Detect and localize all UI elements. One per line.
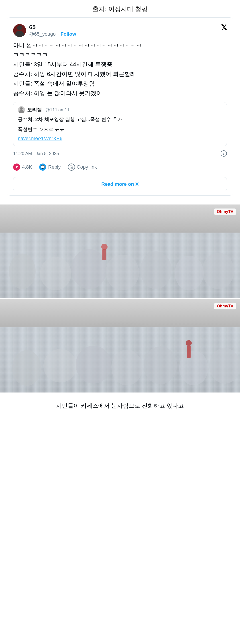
content-line2: ㅋㅋㅋㅋㅋㅋ	[13, 50, 227, 59]
copy-icon: ⎘	[68, 164, 75, 171]
ohmy-badge-2: OhmyTV	[214, 303, 236, 310]
caption-section: 시민들이 키세스에서 눈사람으로 진화하고 있다고	[0, 392, 240, 417]
content-line3: 시민들: 3일 15시부터 44시간째 투쟁중	[13, 60, 227, 69]
quoted-user-handle: @111jam11	[45, 107, 69, 112]
silver-people-1	[0, 232, 240, 298]
tweet-content: 아니 씹ㅋㅋㅋㅋㅋㅋㅋㅋㅋㅋㅋㅋㅋㅋㅋㅋㅋㅋㅋ ㅋㅋㅋㅋㅋㅋ 시민들: 3일 1…	[13, 41, 227, 98]
content-line1: 아니 씹ㅋㅋㅋㅋㅋㅋㅋㅋㅋㅋㅋㅋㅋㅋㅋㅋㅋㅋㅋ	[13, 41, 227, 50]
content-line6: 공수처: 히잉 눈 많이와서 못가겠어	[13, 89, 227, 98]
quoted-line1: 공수처, 2차 체포영장 집행 고심...폭설 변수 추가	[18, 116, 222, 123]
crowd-background-2	[0, 299, 240, 392]
images-section: OhmyTV OhmyTV	[0, 204, 240, 392]
tweet-timestamp-row: 11:20 AM · Jan 5, 2025 i	[13, 150, 227, 156]
reply-label: Reply	[48, 164, 60, 170]
quoted-user: 도리잼 @111jam11	[18, 106, 222, 114]
like-button[interactable]: ♥ 4.8K	[13, 164, 32, 171]
quoted-avatar	[18, 106, 25, 114]
like-count: 4.8K	[22, 164, 32, 170]
protest-image-1: OhmyTV	[0, 204, 240, 298]
x-logo: 𝕏	[221, 24, 227, 31]
avatar	[13, 24, 26, 37]
tweet-header: 65 @65_yougo · Follow 𝕏	[13, 24, 227, 37]
user-display-name: 65	[29, 24, 76, 31]
user-handle: @65_yougo	[29, 31, 56, 37]
copy-label: Copy link	[77, 164, 97, 170]
follow-button[interactable]: Follow	[60, 31, 76, 37]
quoted-user-name: 도리잼	[27, 106, 42, 113]
reply-button[interactable]: 💬 Reply	[39, 164, 60, 171]
user-handle-row: @65_yougo · Follow	[29, 31, 76, 37]
ohmy-badge-1: OhmyTV	[214, 208, 236, 215]
content-line5: 시민들: 폭설 속에서 철야투쟁함	[13, 79, 227, 88]
dot-separator: ·	[57, 31, 59, 37]
tweet-timestamp: 11:20 AM · Jan 5, 2025	[13, 151, 59, 156]
reply-symbol: 💬	[40, 165, 45, 169]
read-more-button[interactable]: Read more on X	[13, 177, 227, 191]
crowd-background-1	[0, 204, 240, 298]
copy-symbol: ⎘	[70, 165, 73, 170]
heart-symbol: ♥	[15, 165, 18, 170]
user-meta: 65 @65_yougo · Follow	[29, 24, 76, 37]
reply-icon: 💬	[39, 164, 46, 171]
copy-link-button[interactable]: ⎘ Copy link	[68, 164, 97, 171]
silver-people-2	[0, 327, 240, 392]
tweet-actions: ♥ 4.8K 💬 Reply ⎘ Copy link	[13, 160, 227, 174]
heart-icon: ♥	[13, 164, 20, 171]
quoted-link[interactable]: naver.me/xLWnrXE6	[18, 135, 222, 142]
quoted-content: 공수처, 2차 체포영장 집행 고심...폭설 변수 추가 폭설변수 ㅇㅈㄹ ㅠ…	[18, 116, 222, 142]
tweet-user-info: 65 @65_yougo · Follow	[13, 24, 76, 37]
caption-text: 시민들이 키세스에서 눈사람으로 진화하고 있다고	[7, 402, 233, 410]
tweet-card: 65 @65_yougo · Follow 𝕏 아니 씹ㅋㅋㅋㅋㅋㅋㅋㅋㅋㅋㅋㅋ…	[7, 18, 233, 196]
protest-image-2: OhmyTV	[0, 299, 240, 392]
source-label: 출처: 여성시대 청핑	[0, 0, 240, 18]
info-icon[interactable]: i	[221, 150, 227, 156]
content-line4: 공수처: 히잉 6시간이면 많이 대치했어 퇴근할래	[13, 70, 227, 78]
quoted-line3: 폭설변수 ㅇㅈㄹ ㅠㅠ	[18, 126, 222, 133]
quoted-tweet[interactable]: 도리잼 @111jam11 공수처, 2차 체포영장 집행 고심...폭설 변수…	[13, 102, 227, 146]
